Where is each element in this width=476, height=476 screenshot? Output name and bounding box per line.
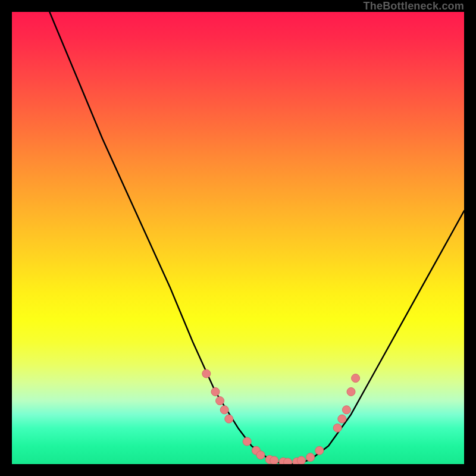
marker-dot bbox=[315, 446, 324, 455]
marker-dot bbox=[284, 458, 292, 464]
marker-dot bbox=[202, 369, 211, 378]
marker-dot bbox=[211, 387, 220, 396]
marker-dot bbox=[347, 387, 355, 396]
marker-dot bbox=[352, 374, 360, 383]
curve-markers bbox=[202, 369, 360, 464]
marker-dot bbox=[338, 415, 346, 423]
marker-dot bbox=[297, 456, 305, 464]
marker-dot bbox=[306, 453, 315, 462]
marker-dot bbox=[256, 451, 265, 459]
marker-dot bbox=[220, 406, 228, 414]
chart-frame: TheBottleneck.com bbox=[0, 0, 476, 476]
watermark-text: TheBottleneck.com bbox=[364, 0, 464, 12]
marker-dot bbox=[243, 437, 251, 446]
marker-dot bbox=[333, 424, 342, 432]
bottleneck-curve bbox=[12, 12, 464, 464]
marker-dot bbox=[270, 456, 278, 464]
plot-area bbox=[12, 12, 464, 464]
marker-dot bbox=[216, 397, 224, 405]
marker-dot bbox=[342, 406, 350, 414]
marker-dot bbox=[225, 415, 233, 423]
curve-layer bbox=[12, 12, 464, 464]
